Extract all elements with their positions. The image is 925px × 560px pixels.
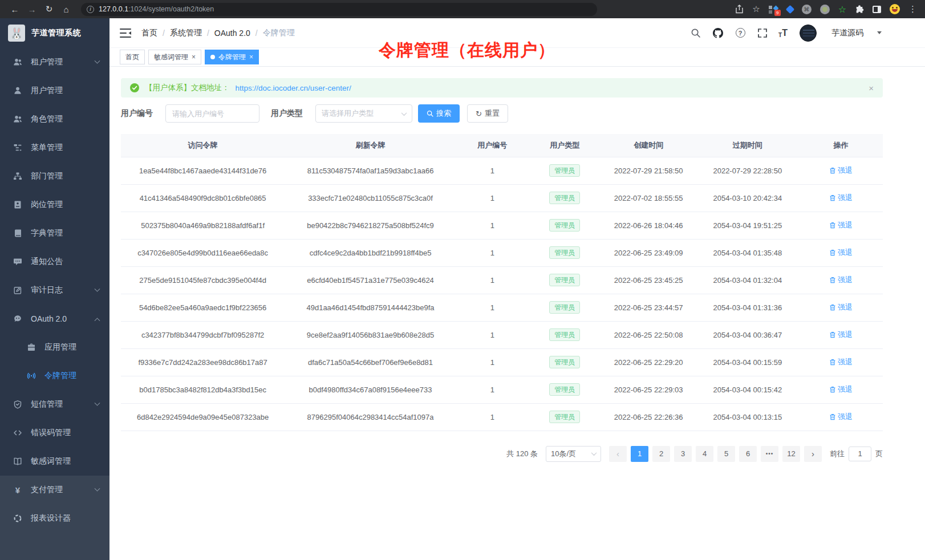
page-button-4[interactable]: 4 <box>696 446 713 462</box>
user-id-cell: 1 <box>456 212 529 239</box>
record-extension-icon[interactable] <box>820 5 830 14</box>
open-book-icon <box>13 457 22 466</box>
next-page-button[interactable]: › <box>804 446 822 462</box>
force-logout-button[interactable]: 强退 <box>829 302 853 313</box>
command-glyph: ⌘ <box>804 6 809 13</box>
doc-link[interactable]: https://doc.iocoder.cn/user-center/ <box>236 84 351 92</box>
alert-text: 【用户体系】文档地址： <box>145 83 230 93</box>
close-tab-icon[interactable]: × <box>249 54 253 60</box>
sidebar-item-report-designer[interactable]: 报表设计器 <box>0 504 109 533</box>
font-size-icon[interactable]: TT <box>778 28 788 38</box>
browser-forward-button[interactable]: → <box>25 2 39 16</box>
user-type-select[interactable]: 请选择用户类型 <box>315 104 412 123</box>
force-logout-button[interactable]: 强退 <box>829 330 853 340</box>
force-logout-label: 强退 <box>838 302 853 313</box>
force-logout-button[interactable]: 强退 <box>829 220 853 230</box>
reset-button[interactable]: ↻ 重置 <box>467 104 508 123</box>
force-logout-button[interactable]: 强退 <box>829 384 853 395</box>
sidebar: 🐰 芋道管理系统 租户管理 用户管理 角色管理 菜单管理 <box>0 18 109 560</box>
app-logo-row[interactable]: 🐰 芋道管理系统 <box>0 18 109 48</box>
breadcrumb-oauth[interactable]: OAuth 2.0 <box>214 29 250 38</box>
page-size-select[interactable]: 10条/页 <box>546 446 601 462</box>
tab-sensitive-word[interactable]: 敏感词管理× <box>148 50 201 64</box>
close-tab-icon[interactable]: × <box>192 54 196 60</box>
browser-home-button[interactable]: ⌂ <box>59 2 73 16</box>
user-id-cell: 1 <box>456 321 529 348</box>
extension-square-icon <box>769 6 772 9</box>
sidebar-item-post[interactable]: 岗位管理 <box>0 190 109 219</box>
sidebar-item-errorcode[interactable]: 错误码管理 <box>0 419 109 447</box>
username[interactable]: 芋道源码 <box>831 28 863 38</box>
close-alert-icon[interactable]: × <box>869 83 874 93</box>
sidebar-item-oauth[interactable]: OAuth 2.0 <box>0 305 109 333</box>
sidebar-item-menu[interactable]: 菜单管理 <box>0 133 109 162</box>
browser-reload-button[interactable]: ↻ <box>42 2 56 16</box>
breadcrumb-system[interactable]: 系统管理 <box>170 28 202 38</box>
side-panel-icon[interactable] <box>873 6 881 13</box>
profile-emoji-avatar[interactable] <box>890 4 900 14</box>
force-logout-button[interactable]: 强退 <box>829 275 853 285</box>
page-info-icon[interactable]: i <box>87 6 94 13</box>
help-icon[interactable]: ? <box>734 27 747 39</box>
prev-page-button[interactable]: ‹ <box>609 446 627 462</box>
search-button-label: 搜索 <box>436 108 451 119</box>
tab-token-active[interactable]: 令牌管理× <box>205 50 259 64</box>
app-window: 🐰 芋道管理系统 租户管理 用户管理 角色管理 菜单管理 <box>0 18 925 560</box>
more-pages-button[interactable]: ••• <box>761 446 778 462</box>
page-button-1[interactable]: 1 <box>631 446 648 462</box>
gem-extension-icon[interactable] <box>785 5 794 14</box>
page-button-2[interactable]: 2 <box>652 446 670 462</box>
force-logout-button[interactable]: 强退 <box>829 357 853 367</box>
user-id-input[interactable] <box>165 104 259 123</box>
user-type-placeholder: 请选择用户类型 <box>322 108 374 119</box>
table-row: 502375b8040a469a9b82188afdf6af1f be90422… <box>121 212 883 239</box>
pagination-bar: 共 120 条 10条/页 ‹ 1 2 3 4 5 6 ••• 12 › <box>121 446 883 462</box>
sidebar-item-role[interactable]: 角色管理 <box>0 105 109 133</box>
user-id-cell: 1 <box>456 348 529 376</box>
sidebar-item-pay[interactable]: ¥ 支付管理 <box>0 476 109 504</box>
collapse-sidebar-icon[interactable] <box>120 28 131 38</box>
page-button-3[interactable]: 3 <box>674 446 692 462</box>
force-logout-button[interactable]: 强退 <box>829 193 853 203</box>
force-logout-button[interactable]: 强退 <box>829 165 853 176</box>
user-menu-caret-icon[interactable] <box>877 31 882 34</box>
access-token-cell: 6d842e2924594de9a09e45e087323abe <box>121 403 285 431</box>
sidebar-item-user[interactable]: 用户管理 <box>0 76 109 105</box>
sidebar-item-notice[interactable]: 通知公告 <box>0 247 109 276</box>
sidebar-item-oauth-apps[interactable]: 应用管理 <box>0 333 109 362</box>
access-token-cell: 41c41346a548490f9dc8b01c6bfe0865 <box>121 184 285 212</box>
green-star-extension-icon[interactable]: ☆ <box>838 4 846 15</box>
bookmark-star-icon[interactable]: ☆ <box>752 4 760 14</box>
puzzle-extensions-icon[interactable] <box>855 5 864 14</box>
fullscreen-icon[interactable] <box>756 27 769 39</box>
force-logout-button[interactable]: 强退 <box>829 247 853 258</box>
created-at-cell: 2022-06-25 23:49:09 <box>601 239 696 266</box>
actions-cell: 强退 <box>799 403 883 431</box>
breadcrumb-home[interactable]: 首页 <box>141 28 157 38</box>
sidebar-item-dept[interactable]: 部门管理 <box>0 162 109 190</box>
page-button-12[interactable]: 12 <box>782 446 800 462</box>
page-button-6[interactable]: 6 <box>739 446 757 462</box>
sidebar-item-dict[interactable]: 字典管理 <box>0 219 109 247</box>
tab-home[interactable]: 首页 <box>120 50 145 64</box>
sidebar-item-sms[interactable]: 短信管理 <box>0 390 109 419</box>
share-icon[interactable] <box>735 5 744 14</box>
extension-badged-icon[interactable]: 9 <box>769 5 778 14</box>
sidebar-item-tenant[interactable]: 租户管理 <box>0 48 109 76</box>
browser-back-button[interactable]: ← <box>8 2 22 16</box>
browser-menu-kebab-icon[interactable]: ⋮ <box>908 4 917 14</box>
sidebar-item-audit-log[interactable]: 审计日志 <box>0 276 109 305</box>
goto-page-input[interactable] <box>849 447 871 461</box>
address-bar[interactable]: i 127.0.0.1:1024/system/oauth2/token <box>81 3 597 16</box>
command-extension-icon[interactable]: ⌘ <box>802 5 812 14</box>
sidebar-item-label: 角色管理 <box>31 114 63 124</box>
search-button[interactable]: 搜索 <box>418 104 460 123</box>
page-button-5[interactable]: 5 <box>717 446 735 462</box>
force-logout-button[interactable]: 强退 <box>829 412 853 422</box>
breadcrumb-separator: / <box>207 29 209 38</box>
avatar[interactable] <box>800 25 817 42</box>
sidebar-item-token[interactable]: 令牌管理 <box>0 362 109 390</box>
github-icon[interactable] <box>712 27 724 39</box>
search-icon[interactable] <box>689 27 702 39</box>
sidebar-item-sensitive-word[interactable]: 敏感词管理 <box>0 447 109 476</box>
